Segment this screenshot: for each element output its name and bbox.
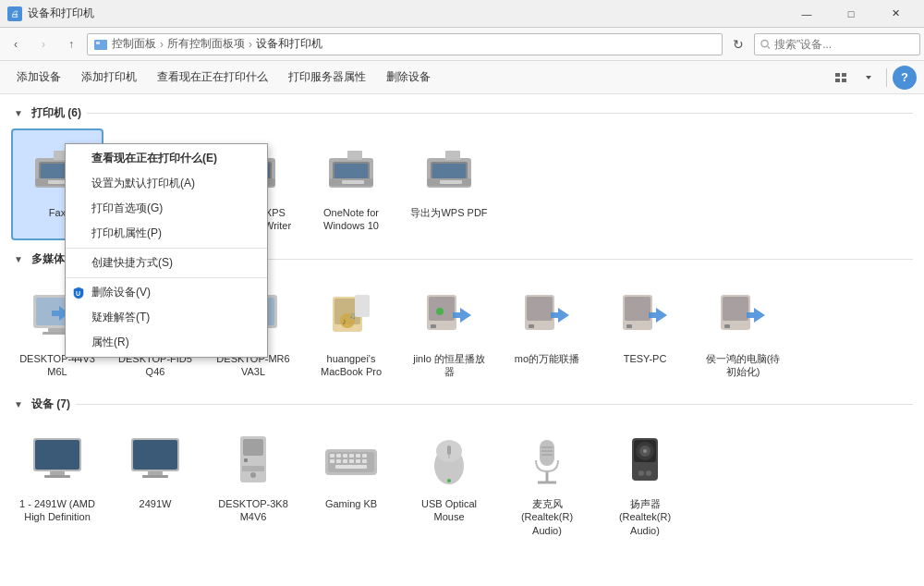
view-dropdown-button[interactable] [857, 66, 881, 90]
context-menu: 查看现在正在打印什么(E) 设置为默认打印机(A) 打印首选项(G) 打印机属性… [65, 143, 268, 358]
add-printer-button[interactable]: 添加打印机 [72, 65, 146, 91]
tesy-icon [612, 282, 678, 348]
monitor1-icon [24, 427, 91, 494]
svg-rect-102 [356, 459, 360, 463]
svg-point-122 [646, 470, 651, 476]
svg-text:U: U [76, 290, 80, 297]
device-hou[interactable]: 侯一鸿的电脑(待 初始化) [697, 275, 789, 386]
printers-label: 打印机 (6) [31, 105, 81, 121]
svg-rect-5 [842, 73, 846, 77]
svg-rect-92 [330, 454, 334, 458]
svg-rect-37 [440, 180, 462, 184]
ctx-print-pref[interactable]: 打印首选项(G) [66, 196, 267, 221]
ctx-remove-device[interactable]: U 删除设备(V) [66, 280, 267, 305]
svg-rect-112 [540, 440, 554, 466]
jinlo-icon [416, 282, 482, 348]
device-usb-mouse[interactable]: USB Optical Mouse [403, 420, 495, 544]
device-monitor2[interactable]: 2491W [109, 420, 201, 544]
back-button[interactable]: ‹ [4, 32, 28, 56]
ctx-set-default-label: 设置为默认打印机(A) [91, 176, 195, 191]
monitor2-icon [122, 427, 188, 494]
printer-onenote[interactable]: OneNote for Windows 10 [305, 128, 397, 240]
close-button[interactable]: ✕ [874, 0, 917, 28]
ctx-troubleshoot[interactable]: 疑难解答(T) [66, 305, 267, 330]
user-avatar[interactable]: ? [893, 66, 917, 90]
path-part-2[interactable]: 所有控制面板项 [167, 36, 245, 52]
jinlo-label: jinlo 的恒星播放 器 [408, 352, 490, 379]
chevron-down-icon [864, 73, 873, 82]
device-gaming-kb[interactable]: Gaming KB [305, 420, 397, 544]
device-macbook[interactable]: ♪ ♫ huangpei's MacBook Pro [305, 275, 397, 386]
hou-icon [710, 282, 776, 348]
ctx-remove-device-label: 删除设备(V) [91, 285, 151, 300]
svg-rect-80 [44, 475, 70, 478]
tesy-label: TESY-PC [624, 352, 667, 365]
search-input[interactable] [774, 38, 914, 51]
svg-rect-98 [330, 459, 334, 463]
svg-point-121 [638, 470, 644, 476]
device-desktop3k8[interactable]: DESKTOP-3K8 M4V6 [207, 420, 299, 544]
svg-rect-89 [242, 466, 264, 471]
path-part-1[interactable]: 控制面板 [112, 36, 156, 52]
view-toggle-button[interactable] [829, 66, 853, 90]
multimedia-toggle[interactable]: ▼ [11, 251, 26, 266]
forward-button[interactable]: › [31, 32, 55, 56]
svg-rect-31 [342, 180, 364, 184]
up-button[interactable]: ↑ [59, 32, 83, 56]
device-mo[interactable]: mo的万能联播 [501, 275, 593, 386]
svg-rect-75 [724, 324, 730, 328]
window-title: 设备和打印机 [28, 6, 94, 21]
svg-rect-93 [336, 454, 341, 458]
usb-mouse-label: USB Optical Mouse [408, 497, 490, 524]
remove-device-button[interactable]: 删除设备 [377, 65, 440, 91]
refresh-button[interactable]: ↻ [726, 32, 750, 56]
svg-marker-8 [866, 76, 871, 79]
devices-section-header: ▼ 设备 (7) [11, 397, 913, 412]
speaker-label: 扬声器 (Realtek(R) Audio) [604, 497, 686, 537]
device-jinlo[interactable]: jinlo 的恒星播放 器 [403, 275, 495, 386]
ctx-set-default[interactable]: 设置为默认打印机(A) [66, 171, 267, 196]
mo-label: mo的万能联播 [515, 352, 579, 365]
svg-point-120 [643, 449, 647, 453]
maximize-button[interactable]: □ [830, 0, 872, 28]
ctx-create-shortcut[interactable]: 创建快捷方式(S) [66, 250, 267, 275]
svg-rect-4 [835, 73, 840, 77]
svg-rect-94 [343, 454, 347, 458]
device-microphone[interactable]: 麦克风 (Realtek(R) Audio) [501, 420, 593, 544]
printers-section-header: ▼ 打印机 (6) [11, 105, 913, 121]
device-monitor1[interactable]: 1 - 2491W (AMD High Definition [11, 420, 103, 544]
device-tesy[interactable]: TESY-PC [599, 275, 691, 386]
ctx-create-shortcut-label: 创建快捷方式(S) [91, 255, 173, 271]
ctx-see-print-label: 查看现在正在打印什么(E) [91, 151, 217, 166]
printers-toggle[interactable]: ▼ [11, 106, 26, 121]
svg-rect-104 [335, 465, 367, 469]
svg-rect-83 [148, 471, 163, 475]
svg-point-2 [761, 40, 768, 46]
address-path[interactable]: 控制面板 › 所有控制面板项 › 设备和打印机 [87, 33, 723, 55]
printer-wps[interactable]: 导出为WPS PDF [403, 128, 495, 240]
hou-label: 侯一鸿的电脑(待 初始化) [702, 352, 784, 379]
devices-label: 设备 (7) [31, 397, 70, 412]
search-icon [760, 39, 771, 50]
window-controls: — □ ✕ [785, 0, 917, 28]
app-icon: 🖨 [7, 6, 22, 21]
monitor2-label: 2491W [140, 497, 172, 510]
search-box[interactable] [754, 33, 920, 55]
ctx-printer-prop-label: 打印机属性(P) [91, 226, 162, 241]
svg-rect-38 [445, 151, 460, 160]
svg-rect-96 [356, 454, 360, 458]
ctx-see-print[interactable]: 查看现在正在打印什么(E) [66, 146, 267, 171]
ctx-printer-prop[interactable]: 打印机属性(P) [66, 221, 267, 246]
print-server-props-button[interactable]: 打印服务器属性 [279, 65, 375, 91]
svg-rect-103 [362, 459, 367, 463]
ctx-troubleshoot-label: 疑难解答(T) [91, 310, 150, 325]
ctx-properties[interactable]: 属性(R) [66, 330, 267, 355]
desktop3k8-icon [220, 427, 286, 494]
desktop3k8-label: DESKTOP-3K8 M4V6 [213, 497, 294, 524]
device-speaker[interactable]: 扬声器 (Realtek(R) Audio) [599, 420, 691, 544]
view-print-queue-button[interactable]: 查看现在正在打印什么 [148, 65, 277, 91]
minimize-button[interactable]: — [785, 0, 828, 28]
add-device-button[interactable]: 添加设备 [7, 65, 70, 91]
devices-toggle[interactable]: ▼ [11, 397, 26, 412]
svg-rect-71 [626, 324, 632, 328]
